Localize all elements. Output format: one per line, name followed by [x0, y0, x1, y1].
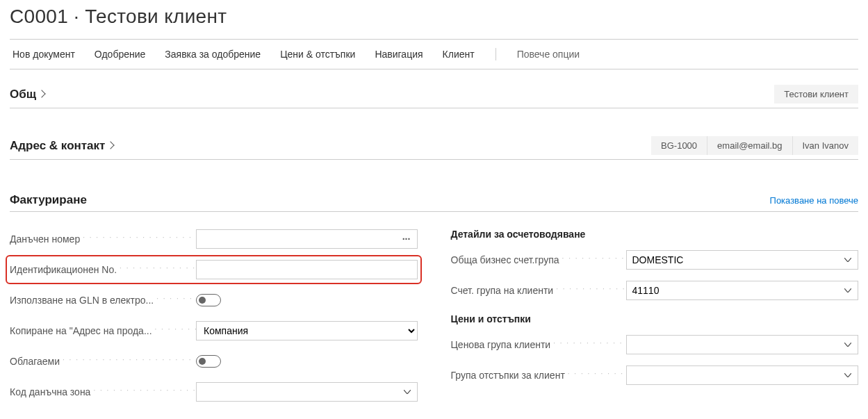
nav-separator: [496, 48, 496, 60]
nav-approval[interactable]: Одобрение: [95, 49, 145, 60]
field-id-no: Идентификационен No.: [10, 259, 418, 280]
id-no-input[interactable]: [197, 261, 417, 279]
section-address-toggle[interactable]: Адрес & контакт: [10, 139, 113, 153]
chevron-down-icon[interactable]: [838, 281, 858, 299]
label-id-no: Идентификационен No.: [10, 264, 196, 275]
section-general-toggle[interactable]: Общ: [10, 88, 44, 101]
page-title: C0001 · Тестови клиент: [10, 6, 858, 28]
disc-group-combo: [626, 365, 859, 385]
taxable-toggle[interactable]: [196, 355, 221, 368]
section-invoicing-toggle[interactable]: Фактуриране: [10, 193, 87, 207]
copy-sell-to-select[interactable]: Компания: [196, 321, 418, 340]
chevron-down-icon[interactable]: [838, 336, 858, 354]
chevron-down-icon[interactable]: [398, 383, 417, 401]
chevron-down-icon[interactable]: [838, 366, 858, 384]
label-vat-no: Данъчен номер: [10, 233, 196, 245]
field-gln: Използване на GLN в електро...: [10, 290, 418, 311]
field-tax-area: Код данъчна зона: [10, 381, 418, 402]
posting-details-header: Детайли за осчетоводяване: [451, 229, 859, 240]
field-taxable: Облагаеми: [10, 351, 418, 372]
nav-navigation[interactable]: Навигация: [375, 49, 423, 60]
gen-bus-group-input[interactable]: [627, 251, 839, 269]
address-badge-contact: Ivan Ivanov: [792, 136, 859, 155]
form-col-right: Детайли за осчетоводяване Обща бизнес сч…: [451, 229, 859, 412]
nav-request-approval[interactable]: Заявка за одобрение: [165, 49, 261, 60]
label-disc-group: Група отстъпки за клиент: [451, 370, 626, 381]
tax-area-combo: [196, 382, 418, 402]
price-group-combo: [626, 335, 859, 354]
prices-discounts-header: Цени и отстъпки: [451, 313, 859, 324]
toggle-knob: [199, 358, 206, 365]
section-invoicing-header: Фактуриране Показване на повече: [10, 193, 858, 212]
section-address-header: Адрес & контакт BG-1000 email@email.bg I…: [10, 136, 858, 160]
toggle-knob: [199, 297, 206, 304]
tax-area-input[interactable]: [197, 383, 398, 401]
address-badge-postcode: BG-1000: [651, 136, 707, 155]
section-general-header: Общ Тестови клиент: [10, 85, 858, 108]
id-no-input-wrap: [196, 260, 418, 279]
nav-customer[interactable]: Клиент: [443, 49, 475, 60]
field-vat-no: Данъчен номер ···: [10, 229, 418, 249]
gln-toggle[interactable]: [196, 294, 221, 306]
cust-posting-group-combo: [626, 281, 859, 300]
invoicing-form: Данъчен номер ··· Идентификационен No. И…: [10, 229, 858, 412]
field-price-group: Ценова група клиенти: [451, 334, 859, 355]
field-copy-sell-to: Копиране на "Адрес на прода... Компания: [10, 320, 418, 341]
chevron-right-icon: [107, 141, 115, 149]
action-bar: Нов документ Одобрение Заявка за одобрен…: [10, 39, 858, 69]
label-gen-bus-group: Обща бизнес счет.група: [451, 254, 626, 265]
label-copy-sell-to: Копиране на "Адрес на прода...: [10, 325, 196, 336]
chevron-right-icon: [38, 90, 45, 97]
section-invoicing-title: Фактуриране: [10, 193, 87, 207]
assist-edit-icon[interactable]: ···: [396, 230, 417, 248]
label-cust-posting-group: Счет. група на клиенти: [451, 285, 626, 296]
form-col-left: Данъчен номер ··· Идентификационен No. И…: [10, 229, 418, 412]
section-address-title: Адрес & контакт: [10, 139, 105, 153]
show-more-link[interactable]: Показване на повече: [770, 195, 858, 206]
cust-posting-group-input[interactable]: [627, 281, 839, 299]
label-taxable: Облагаеми: [10, 356, 196, 367]
field-gen-bus-group: Обща бизнес счет.група: [451, 249, 859, 270]
vat-no-input-wrap: ···: [196, 229, 418, 249]
label-gln: Използване на GLN в електро...: [10, 295, 196, 306]
field-cust-posting-group: Счет. група на клиенти: [451, 280, 859, 301]
field-disc-group: Група отстъпки за клиент: [451, 365, 859, 386]
nav-more-options[interactable]: Повече опции: [517, 49, 580, 60]
chevron-down-icon[interactable]: [838, 251, 858, 269]
nav-new-document[interactable]: Нов документ: [13, 49, 75, 60]
address-badge-email: email@email.bg: [707, 136, 792, 155]
disc-group-input[interactable]: [627, 366, 839, 384]
general-badge-name: Тестови клиент: [774, 85, 858, 104]
vat-no-input[interactable]: [197, 230, 396, 248]
price-group-input[interactable]: [627, 336, 839, 354]
label-tax-area: Код данъчна зона: [10, 386, 196, 397]
nav-prices-discounts[interactable]: Цени & отстъпки: [280, 49, 355, 60]
gen-bus-group-combo: [626, 250, 859, 270]
section-general-title: Общ: [10, 88, 36, 101]
label-price-group: Ценова група клиенти: [451, 339, 626, 350]
